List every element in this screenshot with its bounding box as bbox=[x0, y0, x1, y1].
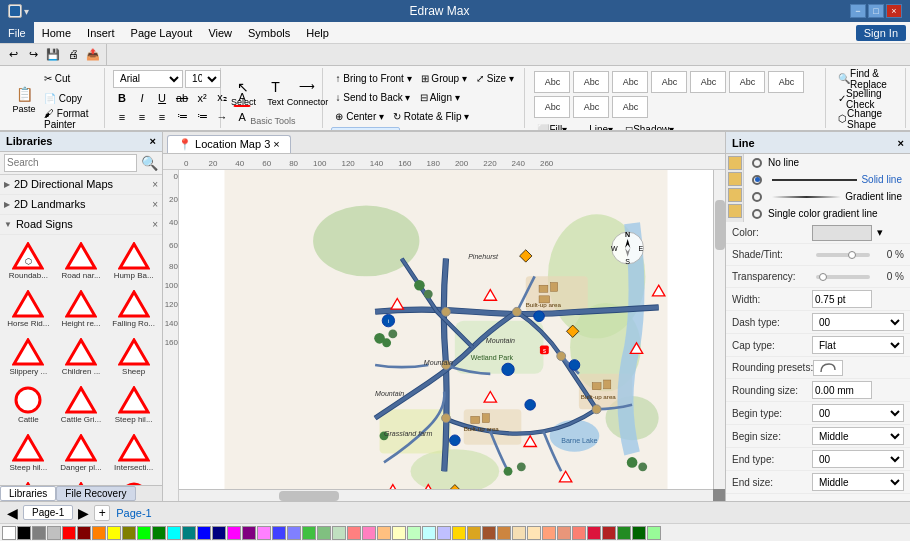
color-swatch[interactable] bbox=[497, 526, 511, 540]
cat-2d-directional[interactable]: ▶ 2D Directional Maps × bbox=[0, 175, 162, 195]
find-replace-button[interactable]: 🔍 Find & Replace bbox=[834, 70, 899, 88]
list-item[interactable]: ⬡ Roundab... bbox=[4, 239, 53, 283]
list-item[interactable]: Road nar... bbox=[57, 239, 106, 283]
list-item[interactable]: Sheep bbox=[109, 335, 158, 379]
list-item[interactable]: Cattle Gri... bbox=[57, 383, 106, 427]
search-input[interactable] bbox=[4, 154, 137, 172]
color-swatch[interactable] bbox=[332, 526, 346, 540]
color-swatch[interactable] bbox=[227, 526, 241, 540]
list-item[interactable]: Steep hil... bbox=[109, 383, 158, 427]
redo-button[interactable]: ↪ bbox=[24, 45, 42, 63]
color-swatch[interactable] bbox=[242, 526, 256, 540]
dash-type-select[interactable]: 00 bbox=[812, 313, 904, 331]
single-color-gradient-option[interactable]: Single color gradient line bbox=[744, 205, 910, 222]
color-swatch[interactable] bbox=[32, 526, 46, 540]
color-swatch[interactable] bbox=[512, 526, 526, 540]
color-swatch[interactable] bbox=[212, 526, 226, 540]
list-item[interactable]: Slippery ... bbox=[4, 335, 53, 379]
gradient-line-radio[interactable] bbox=[752, 192, 762, 202]
align-button[interactable]: ⊟ Align ▾ bbox=[416, 89, 464, 107]
rounding-presets-picker[interactable] bbox=[813, 360, 843, 376]
file-recovery-tab[interactable]: File Recovery bbox=[56, 486, 135, 501]
menu-view[interactable]: View bbox=[200, 22, 240, 43]
color-swatch[interactable] bbox=[362, 526, 376, 540]
line-button[interactable]: — Line ▾ bbox=[575, 121, 617, 131]
color-swatch[interactable] bbox=[77, 526, 91, 540]
connector-button[interactable]: ⟶ Connector bbox=[293, 74, 321, 110]
cat-close-icon[interactable]: × bbox=[152, 199, 158, 210]
search-button[interactable]: 🔍 bbox=[141, 155, 158, 171]
style-btn-1[interactable]: Abc bbox=[534, 71, 570, 93]
no-line-radio[interactable] bbox=[752, 158, 762, 168]
color-icon-3[interactable] bbox=[728, 188, 742, 202]
color-swatch[interactable] bbox=[542, 526, 556, 540]
color-swatch[interactable] bbox=[647, 526, 661, 540]
close-panel-button[interactable]: × bbox=[150, 135, 156, 147]
superscript-button[interactable]: x² bbox=[193, 89, 211, 107]
select-button[interactable]: ↖ Select bbox=[229, 74, 257, 110]
minimize-button[interactable]: − bbox=[850, 4, 866, 18]
menu-symbols[interactable]: Symbols bbox=[240, 22, 298, 43]
menu-insert[interactable]: Insert bbox=[79, 22, 123, 43]
style-btn-9[interactable]: Abc bbox=[573, 96, 609, 118]
list-item[interactable]: Intersecti... bbox=[109, 431, 158, 475]
shadow-button[interactable]: ◻ Shadow ▾ bbox=[621, 121, 678, 131]
underline-button[interactable]: U bbox=[153, 89, 171, 107]
color-swatch[interactable] bbox=[377, 526, 391, 540]
copy-button[interactable]: 📄 Copy bbox=[40, 90, 98, 108]
undo-button[interactable]: ↩ bbox=[4, 45, 22, 63]
color-swatch[interactable] bbox=[467, 526, 481, 540]
style-btn-3[interactable]: Abc bbox=[612, 71, 648, 93]
cat-2d-landmarks[interactable]: ▶ 2D Landmarks × bbox=[0, 195, 162, 215]
solid-line-radio[interactable] bbox=[752, 175, 762, 185]
color-swatch[interactable] bbox=[527, 526, 541, 540]
transparency-slider[interactable] bbox=[816, 275, 870, 279]
print-button[interactable]: 🖨 bbox=[64, 45, 82, 63]
align-center-button[interactable]: ≡ bbox=[133, 108, 151, 126]
change-shape-button[interactable]: ⬡ Change Shape bbox=[834, 110, 899, 128]
strikethrough-button[interactable]: ab bbox=[173, 89, 191, 107]
distribute-button[interactable]: ⊞ Distribute ▾ bbox=[331, 127, 400, 131]
maximize-button[interactable]: □ bbox=[868, 4, 884, 18]
begin-type-select[interactable]: 00 bbox=[812, 404, 904, 422]
end-type-select[interactable]: 00 bbox=[812, 450, 904, 468]
color-swatch[interactable] bbox=[62, 526, 76, 540]
color-swatch[interactable] bbox=[197, 526, 211, 540]
bold-button[interactable]: B bbox=[113, 89, 131, 107]
color-swatch[interactable] bbox=[602, 526, 616, 540]
text-button[interactable]: T Text bbox=[261, 74, 289, 110]
color-swatch[interactable] bbox=[137, 526, 151, 540]
active-page-indicator[interactable]: Page-1 bbox=[112, 507, 155, 519]
color-swatch[interactable] bbox=[617, 526, 631, 540]
vertical-scrollbar[interactable] bbox=[713, 170, 725, 489]
width-input[interactable] bbox=[812, 290, 872, 308]
color-swatch[interactable] bbox=[182, 526, 196, 540]
list-item[interactable]: Horse Rid... bbox=[4, 287, 53, 331]
list-item[interactable]: Falling Ro... bbox=[109, 287, 158, 331]
color-swatch[interactable] bbox=[92, 526, 106, 540]
page-tab-1[interactable]: Page-1 bbox=[23, 505, 73, 520]
gradient-line-option[interactable]: Gradient line bbox=[744, 188, 910, 205]
canvas-tab-location-map[interactable]: 📍 Location Map 3 × bbox=[167, 135, 291, 153]
prev-page-button[interactable]: ◀ bbox=[4, 505, 21, 521]
fill-button[interactable]: ⬜ Fill ▾ bbox=[533, 121, 571, 131]
list-item[interactable]: Cattle bbox=[4, 383, 53, 427]
begin-size-select[interactable]: Middle bbox=[812, 427, 904, 445]
add-page-button[interactable]: + bbox=[94, 505, 110, 521]
color-swatch[interactable] bbox=[287, 526, 301, 540]
menu-file[interactable]: File bbox=[0, 22, 34, 43]
color-swatch[interactable] bbox=[302, 526, 316, 540]
list-item[interactable]: Height re... bbox=[57, 287, 106, 331]
horizontal-scrollbar[interactable] bbox=[179, 489, 713, 501]
style-btn-6[interactable]: Abc bbox=[729, 71, 765, 93]
color-expand-button[interactable]: ▾ bbox=[872, 225, 888, 241]
close-line-panel-button[interactable]: × bbox=[898, 137, 904, 149]
send-to-back-button[interactable]: ↓ Send to Back ▾ bbox=[331, 89, 414, 107]
style-btn-5[interactable]: Abc bbox=[690, 71, 726, 93]
bullet-list-button[interactable]: ≔ bbox=[173, 108, 191, 126]
spelling-check-button[interactable]: ✓ Spelling Check bbox=[834, 90, 899, 108]
cat-road-signs[interactable]: ▼ Road Signs × bbox=[0, 215, 162, 235]
color-swatch[interactable] bbox=[347, 526, 361, 540]
cut-button[interactable]: ✂ Cut bbox=[40, 70, 98, 88]
canvas-wrapper[interactable]: 0 20 40 60 80 100 120 140 160 180 200 22… bbox=[163, 154, 725, 501]
